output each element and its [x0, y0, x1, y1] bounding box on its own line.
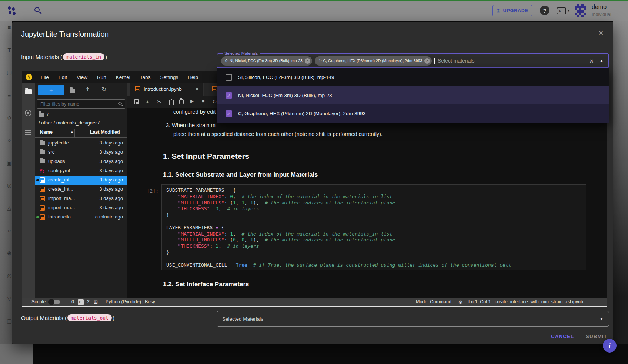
file-row[interactable]: Introductio...a minute ago	[35, 213, 127, 222]
cancel-button[interactable]: CANCEL	[551, 334, 574, 339]
sort-ascending-icon[interactable]: ▲	[70, 130, 74, 134]
selected-materials-field[interactable]: Selected Materials 0: Ni, Nickel, FCC (F…	[217, 53, 609, 68]
file-row[interactable]: src3 days ago	[35, 148, 127, 157]
file-name: jupyterlite	[48, 140, 69, 146]
cursor-position[interactable]: Ln 1, Col 1	[468, 299, 491, 304]
breadcrumb-path[interactable]: / other / materials_designer /	[39, 120, 100, 126]
code-line	[166, 218, 586, 225]
user-name: demo	[592, 4, 607, 10]
breadcrumb-ellipsis[interactable]: …	[51, 112, 56, 117]
terminal-count[interactable]: 0	[71, 299, 74, 304]
notebook-content[interactable]: configured by edit 3. When the strain m …	[127, 108, 607, 307]
code-token: # the miller indices of the interfacial …	[259, 200, 395, 206]
cut-cell-icon[interactable]: ✂	[157, 98, 162, 105]
terminal-icon[interactable]: >_	[557, 7, 566, 14]
breadcrumb[interactable]: / …	[39, 112, 56, 117]
clear-selection-icon[interactable]: ×	[589, 57, 594, 65]
new-folder-icon[interactable]	[70, 87, 75, 94]
menu-help[interactable]: Help	[183, 74, 203, 80]
folder-icon	[40, 159, 45, 164]
column-last-modified[interactable]: Last Modified	[90, 130, 120, 135]
save-icon[interactable]	[134, 99, 139, 104]
copy-cell-icon[interactable]	[168, 99, 172, 103]
code-line	[166, 256, 586, 262]
mode-indicator[interactable]: Mode: Command	[416, 299, 451, 304]
file-modified: 3 days ago	[99, 177, 123, 183]
select-materials-placeholder: Select materials	[438, 58, 475, 64]
code-token: }	[166, 212, 169, 218]
file-row[interactable]: import_ma...3 days ago	[35, 194, 127, 203]
column-name[interactable]: Name	[40, 130, 53, 135]
menu-run[interactable]: Run	[92, 74, 111, 80]
menu-file[interactable]: File	[36, 74, 54, 80]
refresh-file-list-icon[interactable]: ↻	[101, 86, 106, 93]
file-row[interactable]: uploads3 days ago	[35, 157, 127, 166]
restart-kernel-icon[interactable]: ↻	[212, 98, 217, 105]
submit-button[interactable]: SUBMIT	[586, 334, 607, 339]
app-logo[interactable]	[7, 6, 17, 16]
output-materials-select[interactable]: Selected Materials ▼	[217, 311, 609, 327]
add-cell-icon[interactable]: +	[146, 98, 149, 105]
code-token	[166, 231, 178, 237]
tab-introduction-ipynb[interactable]: Introduction.ipynb ×	[130, 83, 203, 96]
kernel-running-dot	[36, 216, 39, 218]
kernel-count[interactable]: 2	[87, 299, 90, 304]
material-option-label: Ni, Nickel, FCC (Fm-3m) 3D (Bulk), mp-23	[238, 93, 332, 98]
material-option[interactable]: Si, Silicon, FCC (Fd-3m) 3D (Bulk), mp-1…	[217, 68, 609, 86]
paste-cell-icon[interactable]	[179, 99, 184, 104]
menu-kernel[interactable]: Kernel	[111, 74, 135, 80]
breadcrumb-root[interactable]: /	[47, 112, 49, 117]
materials-in-chip: materials_in	[63, 53, 104, 60]
selected-material-chip[interactable]: 1: C, Graphene, HEX (P6/mmm) 2D (Monolay…	[315, 56, 432, 66]
checkbox-checked-icon[interactable]: ✓	[226, 92, 232, 99]
chip-delete-icon[interactable]: ×	[424, 58, 430, 64]
breadcrumb-home-icon[interactable]	[39, 113, 44, 117]
folder-icon	[40, 150, 45, 154]
upgrade-label: UPGRADE	[503, 8, 528, 13]
chevron-down-icon[interactable]: ▾	[568, 8, 570, 13]
avatar[interactable]	[574, 4, 587, 17]
filter-files-input[interactable]	[40, 100, 114, 108]
running-kernels-icon[interactable]	[25, 110, 31, 116]
table-of-contents-icon[interactable]	[25, 130, 31, 135]
material-option[interactable]: ✓Ni, Nickel, FCC (Fm-3m) 3D (Bulk), mp-2…	[217, 86, 609, 104]
input-materials-suffix: )	[105, 54, 107, 60]
info-fab-button[interactable]: i	[603, 339, 617, 353]
code-token: # the index of the material in the mater…	[236, 194, 392, 199]
file-list: jupyterlite3 days agosrc3 days agoupload…	[35, 138, 127, 222]
file-row[interactable]: import_ma...3 days ago	[35, 203, 127, 213]
close-icon[interactable]: ×	[598, 28, 604, 38]
checkbox-checked-icon[interactable]: ✓	[226, 110, 232, 117]
chip-delete-icon[interactable]: ×	[305, 58, 310, 64]
file-browser-tab-icon[interactable]	[25, 89, 32, 96]
menu-tabs[interactable]: Tabs	[135, 74, 156, 80]
close-tab-icon[interactable]: ×	[196, 86, 198, 92]
selected-material-chips: 0: Ni, Nickel, FCC (Fm-3m) 3D (Bulk), mp…	[221, 56, 432, 66]
upload-icon[interactable]: ↥	[85, 86, 90, 93]
menu-settings[interactable]: Settings	[155, 74, 183, 80]
jupyterlite-logo-icon: ϟ	[26, 74, 32, 80]
cpu-icon: ⊞	[94, 299, 98, 305]
upgrade-button[interactable]: ↥ UPGRADE	[492, 5, 532, 16]
code-token: 1	[216, 243, 218, 249]
stop-kernel-icon[interactable]: ■	[202, 98, 204, 104]
collapse-dropdown-icon[interactable]: ▲	[599, 59, 604, 63]
material-option[interactable]: ✓C, Graphene, HEX (P6/mmm) 2D (Monolayer…	[217, 104, 609, 123]
file-row[interactable]: create_int...3 days ago	[35, 176, 127, 185]
code-cell[interactable]: SUBSTRATE_PARAMETERS = { "MATERIAL_INDEX…	[161, 184, 586, 270]
file-row[interactable]: Y:config.yml3 days ago	[35, 166, 127, 176]
simple-mode-toggle[interactable]	[49, 300, 60, 304]
new-launcher-button[interactable]: +	[38, 85, 64, 95]
file-row[interactable]: jupyterlite3 days ago	[35, 138, 127, 148]
selected-material-chip[interactable]: 0: Ni, Nickel, FCC (Fm-3m) 3D (Bulk), mp…	[221, 56, 312, 66]
help-icon[interactable]: ?	[540, 6, 550, 15]
code-token: {	[218, 225, 224, 230]
kernel-status[interactable]: Python (Pyodide) | Busy	[106, 299, 155, 304]
menu-view[interactable]: View	[72, 74, 92, 80]
file-row[interactable]: create_int...3 days ago	[35, 185, 127, 194]
search-icon[interactable]	[34, 7, 40, 12]
kernel-terminal-icon: s_	[78, 299, 84, 305]
run-cell-icon[interactable]: ▶	[190, 98, 194, 104]
checkbox-unchecked-icon[interactable]	[226, 74, 232, 81]
menu-edit[interactable]: Edit	[54, 74, 72, 80]
